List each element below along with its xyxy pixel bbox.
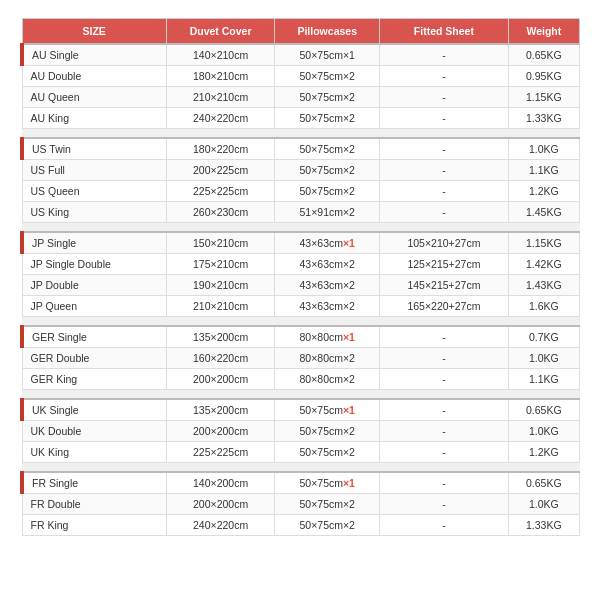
cell-weight: 1.15KG	[508, 232, 579, 254]
table-header-row: SIZE Duvet Cover Pillowcases Fitted Shee…	[22, 19, 580, 45]
col-header-size: SIZE	[22, 19, 166, 45]
cell-pillow: 50×75cm×2	[275, 515, 380, 536]
cell-weight: 1.1KG	[508, 369, 579, 390]
cell-weight: 1.15KG	[508, 87, 579, 108]
group-divider	[22, 223, 580, 233]
table-row: GER Double160×220cm80×80cm×2-1.0KG	[22, 348, 580, 369]
cell-fitted: -	[380, 87, 508, 108]
col-header-pillow: Pillowcases	[275, 19, 380, 45]
table-row: JP Single Double175×210cm43×63cm×2125×21…	[22, 254, 580, 275]
cell-weight: 1.33KG	[508, 108, 579, 129]
cell-duvet: 140×210cm	[166, 44, 274, 66]
table-row: AU Single140×210cm50×75cm×1-0.65KG	[22, 44, 580, 66]
page-wrapper: SIZE Duvet Cover Pillowcases Fitted Shee…	[0, 0, 600, 600]
cell-size: UK Single	[22, 399, 166, 421]
cell-weight: 1.0KG	[508, 494, 579, 515]
cell-fitted: -	[380, 442, 508, 463]
cell-size: GER Double	[22, 348, 166, 369]
cell-weight: 1.33KG	[508, 515, 579, 536]
cell-size: AU Single	[22, 44, 166, 66]
cell-pillow: 50×75cm×2	[275, 160, 380, 181]
table-row: AU Queen210×210cm50×75cm×2-1.15KG	[22, 87, 580, 108]
table-row: JP Single150×210cm43×63cm×1105×210+27cm1…	[22, 232, 580, 254]
cell-fitted: -	[380, 138, 508, 160]
cell-fitted: -	[380, 472, 508, 494]
table-row: FR King240×220cm50×75cm×2-1.33KG	[22, 515, 580, 536]
cell-pillow: 50×75cm×2	[275, 138, 380, 160]
cell-fitted: -	[380, 421, 508, 442]
table-row: GER Single135×200cm80×80cm×1-0.7KG	[22, 326, 580, 348]
cell-duvet: 190×210cm	[166, 275, 274, 296]
cell-size: UK Double	[22, 421, 166, 442]
table-row: US Twin180×220cm50×75cm×2-1.0KG	[22, 138, 580, 160]
cell-fitted: -	[380, 160, 508, 181]
cell-pillow: 50×75cm×2	[275, 66, 380, 87]
size-comparison-table: SIZE Duvet Cover Pillowcases Fitted Shee…	[20, 18, 580, 536]
cell-size: GER King	[22, 369, 166, 390]
cell-weight: 1.43KG	[508, 275, 579, 296]
cell-pillow: 80×80cm×2	[275, 348, 380, 369]
cell-fitted: -	[380, 44, 508, 66]
cell-duvet: 175×210cm	[166, 254, 274, 275]
cell-weight: 0.65KG	[508, 44, 579, 66]
cell-duvet: 240×220cm	[166, 108, 274, 129]
cell-size: JP Single	[22, 232, 166, 254]
cell-weight: 1.45KG	[508, 202, 579, 223]
cell-duvet: 180×210cm	[166, 66, 274, 87]
cell-weight: 0.65KG	[508, 472, 579, 494]
table-row: AU King240×220cm50×75cm×2-1.33KG	[22, 108, 580, 129]
group-divider	[22, 390, 580, 400]
cell-size: FR Single	[22, 472, 166, 494]
table-row: US Full200×225cm50×75cm×2-1.1KG	[22, 160, 580, 181]
cell-pillow: 50×75cm×2	[275, 108, 380, 129]
cell-size: JP Queen	[22, 296, 166, 317]
cell-duvet: 135×200cm	[166, 399, 274, 421]
cell-size: UK King	[22, 442, 166, 463]
cell-pillow: 50×75cm×2	[275, 494, 380, 515]
cell-fitted: -	[380, 494, 508, 515]
cell-weight: 1.42KG	[508, 254, 579, 275]
cell-fitted: 145×215+27cm	[380, 275, 508, 296]
cell-pillow: 50×75cm×2	[275, 442, 380, 463]
table-row: US King260×230cm51×91cm×2-1.45KG	[22, 202, 580, 223]
cell-fitted: -	[380, 108, 508, 129]
cell-pillow: 80×80cm×2	[275, 369, 380, 390]
cell-weight: 1.0KG	[508, 138, 579, 160]
table-row: UK Double200×200cm50×75cm×2-1.0KG	[22, 421, 580, 442]
col-header-duvet: Duvet Cover	[166, 19, 274, 45]
cell-pillow: 43×63cm×1	[275, 232, 380, 254]
cell-pillow: 50×75cm×2	[275, 421, 380, 442]
table-row: GER King200×200cm80×80cm×2-1.1KG	[22, 369, 580, 390]
cell-size: FR Double	[22, 494, 166, 515]
cell-duvet: 200×200cm	[166, 421, 274, 442]
cell-duvet: 150×210cm	[166, 232, 274, 254]
cell-size: AU Queen	[22, 87, 166, 108]
cell-size: FR King	[22, 515, 166, 536]
cell-weight: 1.2KG	[508, 442, 579, 463]
cell-size: JP Single Double	[22, 254, 166, 275]
cell-fitted: -	[380, 181, 508, 202]
cell-weight: 1.0KG	[508, 348, 579, 369]
cell-size: US Full	[22, 160, 166, 181]
table-row: JP Queen210×210cm43×63cm×2165×220+27cm1.…	[22, 296, 580, 317]
cell-fitted: -	[380, 399, 508, 421]
cell-duvet: 140×200cm	[166, 472, 274, 494]
cell-duvet: 240×220cm	[166, 515, 274, 536]
cell-fitted: 165×220+27cm	[380, 296, 508, 317]
cell-fitted: -	[380, 369, 508, 390]
cell-pillow: 50×75cm×1	[275, 399, 380, 421]
table-row: FR Single140×200cm50×75cm×1-0.65KG	[22, 472, 580, 494]
cell-size: US Queen	[22, 181, 166, 202]
cell-duvet: 210×210cm	[166, 87, 274, 108]
cell-fitted: -	[380, 348, 508, 369]
table-row: AU Double180×210cm50×75cm×2-0.95KG	[22, 66, 580, 87]
cell-weight: 0.7KG	[508, 326, 579, 348]
cell-duvet: 160×220cm	[166, 348, 274, 369]
cell-fitted: -	[380, 326, 508, 348]
cell-size: US King	[22, 202, 166, 223]
cell-weight: 1.0KG	[508, 421, 579, 442]
cell-fitted: 105×210+27cm	[380, 232, 508, 254]
cell-duvet: 200×225cm	[166, 160, 274, 181]
cell-pillow: 51×91cm×2	[275, 202, 380, 223]
cell-duvet: 135×200cm	[166, 326, 274, 348]
